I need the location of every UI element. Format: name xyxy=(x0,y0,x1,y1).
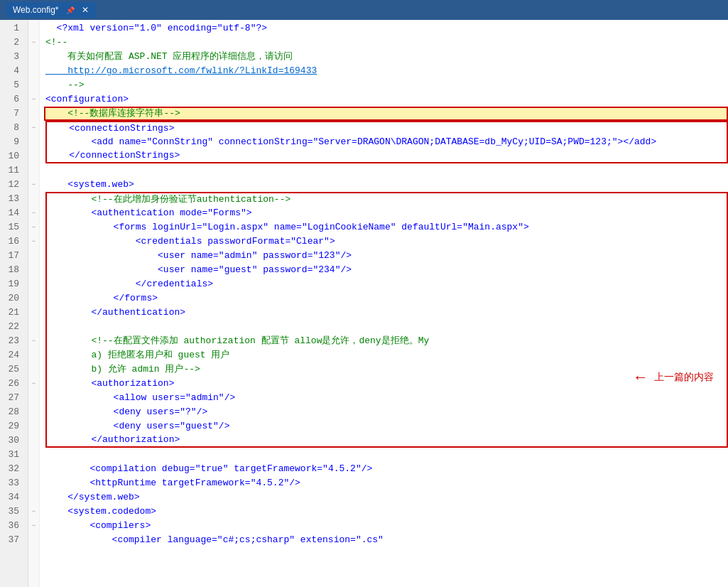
collapse-icon[interactable]: − xyxy=(28,334,39,348)
line-number: 24 xyxy=(6,348,22,362)
code-line: <!-- xyxy=(45,36,728,50)
line-number: 30 xyxy=(6,433,22,448)
collapse-icon xyxy=(28,149,39,163)
code-token: <user name= xyxy=(47,263,219,277)
code-line xyxy=(45,320,728,334)
code-token: ".cs" xyxy=(356,533,384,547)
collapse-icon[interactable]: − xyxy=(28,505,39,519)
code-line xyxy=(45,448,728,462)
code-token: b) 允许 admin 用户--> xyxy=(47,362,200,377)
code-token: "admin" xyxy=(185,391,224,405)
code-token: ></add> xyxy=(618,135,657,149)
collapse-icon xyxy=(28,462,39,476)
code-token: /> xyxy=(340,263,352,277)
collapse-icon[interactable]: − xyxy=(28,377,39,391)
pin-icon[interactable]: 📌 xyxy=(66,6,75,14)
code-token: <compilation debug= xyxy=(45,462,195,476)
code-line: <compilation debug="true" targetFramewor… xyxy=(45,462,728,476)
code-line: b) 允许 admin 用户--> xyxy=(45,362,728,377)
code-token: <compilers> xyxy=(45,519,151,533)
code-line: </forms> xyxy=(45,291,728,306)
line-number: 14 xyxy=(6,206,22,220)
code-token: --> xyxy=(45,78,85,92)
code-content: <?xml version="1.0" encoding="utf-8"?><!… xyxy=(40,20,728,587)
code-token: "true" xyxy=(195,462,229,476)
collapse-icon[interactable]: − xyxy=(28,36,39,50)
file-tab[interactable]: Web.config* 📌 ✕ xyxy=(6,2,96,18)
line-number: 25 xyxy=(6,362,22,377)
code-token[interactable]: http://go.microsoft.com/fwlink/?LinkId=1… xyxy=(45,64,317,78)
collapse-icon xyxy=(28,78,39,92)
code-token: "234" xyxy=(313,263,340,277)
code-token: "Clear" xyxy=(290,235,330,249)
code-token: password= xyxy=(257,249,313,263)
collapse-icon xyxy=(28,433,39,448)
code-token: "Main.aspx" xyxy=(462,220,523,235)
collapse-icon[interactable]: − xyxy=(28,121,39,135)
close-tab-btn[interactable]: ✕ xyxy=(82,5,89,15)
code-token: <system.codedom> xyxy=(45,505,156,519)
code-line: </system.web> xyxy=(45,490,728,505)
code-line: <connectionStrings> xyxy=(45,121,728,135)
annotation-text: 上一篇的内容 xyxy=(654,371,714,384)
line-number: 16 xyxy=(6,235,22,249)
code-token: 有关如何配置 ASP.NET 应用程序的详细信息，请访问 xyxy=(45,50,293,64)
line-number: 6 xyxy=(6,92,22,107)
collapse-icon[interactable]: − xyxy=(28,519,39,533)
code-token: <compiler language= xyxy=(45,533,217,547)
collapse-icon[interactable]: − xyxy=(28,220,39,235)
code-line: <!--在配置文件添加 authorization 配置节 allow是允许，d… xyxy=(45,334,728,348)
line-numbers: 1234567891011121314151617181920212223242… xyxy=(0,20,28,587)
code-token: connectionString= xyxy=(213,135,313,149)
line-number: 1 xyxy=(6,21,22,36)
code-line: </authorization> xyxy=(45,433,728,448)
code-token: <add name= xyxy=(47,135,146,149)
code-token: <deny users= xyxy=(47,419,180,433)
code-line: <allow users="admin"/> xyxy=(45,391,728,405)
code-token: </system.web> xyxy=(45,490,140,505)
code-token: "Forms" xyxy=(207,206,246,220)
collapse-icon[interactable]: − xyxy=(28,92,39,107)
collapse-icon xyxy=(28,107,39,121)
code-token: /> xyxy=(224,391,236,405)
code-token: "guest" xyxy=(219,263,258,277)
line-number: 28 xyxy=(6,405,22,419)
collapse-icons: −−−−−−−−−−− xyxy=(28,20,40,587)
line-number: 12 xyxy=(6,178,22,192)
code-token: > xyxy=(523,220,529,235)
code-token: defaultUrl= xyxy=(396,220,463,235)
code-token: name= xyxy=(268,220,302,235)
code-line: <user name="admin" password="123"/> xyxy=(45,249,728,263)
line-number: 15 xyxy=(6,220,22,235)
code-token: <connectionStrings> xyxy=(47,122,174,136)
line-number: 5 xyxy=(6,78,22,92)
code-line: <compiler language="c#;cs;csharp" extens… xyxy=(45,533,728,547)
code-token: "1.0" xyxy=(134,21,162,36)
code-token: <forms loginUrl= xyxy=(47,220,202,235)
collapse-icon[interactable]: − xyxy=(28,178,39,192)
collapse-icon xyxy=(28,135,39,149)
code-token: <!--数据库连接字符串--> xyxy=(67,107,180,121)
line-number: 29 xyxy=(6,419,22,433)
code-line: <credentials passwordFormat="Clear"> xyxy=(45,235,728,249)
collapse-icon xyxy=(28,419,39,433)
code-line xyxy=(45,163,728,178)
code-token: "Server=DRAGON\DRAGON;DATABASE=db_MyCy;U… xyxy=(313,135,618,149)
line-number: 10 xyxy=(6,149,22,163)
code-line: <authentication mode="Forms"> xyxy=(45,206,728,220)
line-number: 37 xyxy=(6,533,22,547)
collapse-icon[interactable]: − xyxy=(28,235,39,249)
code-token: "LoginCookieName" xyxy=(302,220,396,235)
line-number: 23 xyxy=(6,334,22,348)
code-token: extension= xyxy=(295,533,356,547)
line-number: 34 xyxy=(6,490,22,505)
code-token: encoding= xyxy=(162,21,217,36)
code-line: <authorization> xyxy=(45,377,728,391)
collapse-icon[interactable]: − xyxy=(28,206,39,220)
code-token: "ConnString" xyxy=(146,135,213,149)
code-token: ?> xyxy=(256,21,267,36)
code-line: 有关如何配置 ASP.NET 应用程序的详细信息，请访问 xyxy=(45,50,728,64)
code-token: a) 拒绝匿名用户和 guest 用户 xyxy=(47,348,229,362)
collapse-icon xyxy=(28,306,39,320)
line-number: 17 xyxy=(6,249,22,263)
